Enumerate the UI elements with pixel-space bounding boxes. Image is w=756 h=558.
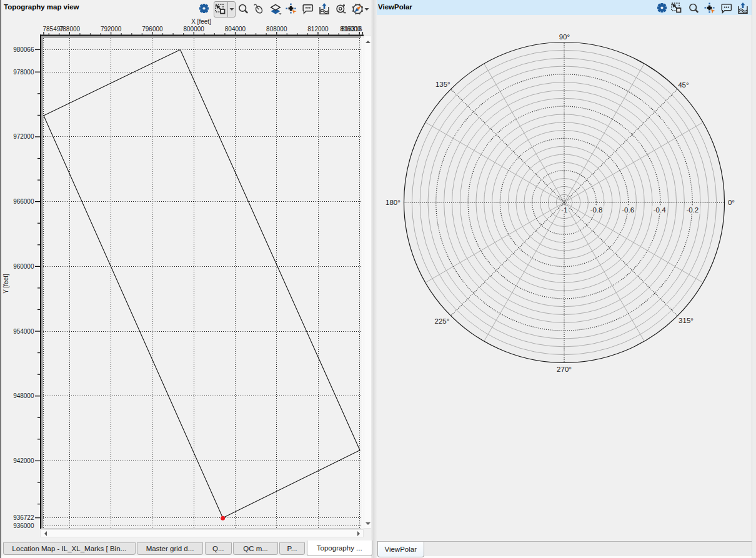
svg-text:90°: 90° [559, 33, 570, 41]
svg-text:808000: 808000 [266, 26, 287, 32]
svg-text:796000: 796000 [142, 26, 163, 32]
svg-text:Y [feet]: Y [feet] [2, 274, 9, 294]
svg-text:936722: 936722 [13, 514, 34, 521]
svg-text:804000: 804000 [225, 26, 246, 32]
svg-text:135°: 135° [435, 81, 450, 88]
svg-text:978000: 978000 [13, 69, 34, 76]
svg-text:270°: 270° [557, 366, 572, 373]
svg-text:812000: 812000 [307, 26, 329, 32]
svg-text:785497: 785497 [43, 26, 64, 32]
svg-text:-0.2: -0.2 [686, 206, 699, 214]
svg-text:0°: 0° [728, 199, 735, 206]
svg-text:X [feet]: X [feet] [191, 18, 211, 25]
svg-text:966000: 966000 [13, 198, 34, 205]
svg-text:954000: 954000 [13, 328, 34, 335]
svg-text:-0.6: -0.6 [622, 206, 634, 214]
svg-text:-0.8: -0.8 [590, 206, 603, 214]
svg-text:800000: 800000 [184, 26, 205, 32]
svg-text:-1: -1 [561, 206, 567, 214]
svg-text:180°: 180° [385, 199, 400, 206]
svg-text:960000: 960000 [13, 263, 34, 270]
svg-text:948000: 948000 [13, 392, 34, 399]
svg-text:-0.4: -0.4 [654, 206, 666, 214]
svg-text:792000: 792000 [101, 26, 122, 32]
svg-text:225°: 225° [435, 317, 450, 325]
svg-text:315°: 315° [679, 317, 694, 324]
svg-text:980066: 980066 [13, 46, 34, 53]
svg-text:972000: 972000 [13, 133, 34, 140]
svg-text:45°: 45° [678, 81, 689, 89]
svg-text:936000: 936000 [13, 522, 34, 529]
svg-text:816316: 816316 [341, 26, 362, 32]
svg-text:942000: 942000 [13, 457, 34, 464]
